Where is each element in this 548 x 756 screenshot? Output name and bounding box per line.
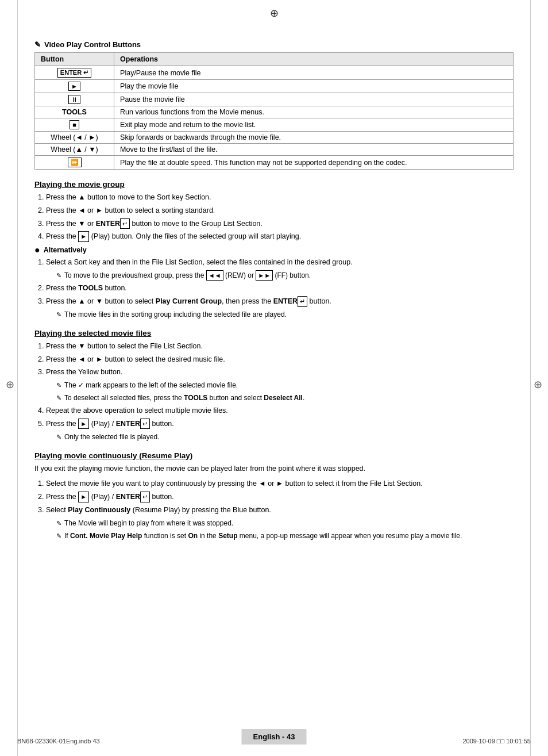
- playing-selected-heading: Playing the selected movie files: [34, 329, 514, 337]
- left-crosshair-icon: ⊕: [6, 378, 14, 391]
- note-block: ✎ The movie files in the sorting group i…: [56, 309, 514, 320]
- playing-group-heading: Playing the movie group: [34, 180, 514, 189]
- alternatively-text: Alternatively: [44, 246, 87, 254]
- button-cell: ■: [35, 118, 114, 132]
- continuous-steps: Select the movie file you want to play c…: [46, 478, 514, 540]
- operation-cell: Play the movie file: [114, 80, 514, 93]
- note-text: Only the selected file is played.: [64, 432, 159, 442]
- note-text: The movie files in the sorting group inc…: [64, 309, 287, 320]
- note-text: The ✓ mark appears to the left of the se…: [64, 380, 238, 390]
- footer-right: 2009-10-09 □□ 10:01:55: [462, 738, 531, 745]
- playing-continuous-heading: Playing movie continuously (Resume Play): [34, 451, 514, 460]
- section-title: ✎ Video Play Control Buttons: [34, 40, 514, 49]
- list-item: Press the ◄ or ► button to select a sort…: [46, 205, 514, 216]
- list-item: Press the ► (Play) button. Only the file…: [46, 231, 514, 242]
- control-table: Button Operations ENTER ↵Play/Pause the …: [34, 52, 514, 170]
- table-row: TOOLSRun various functions from the Movi…: [35, 106, 514, 118]
- page: ⊕ ✎ Video Play Control Buttons Button Op…: [0, 0, 548, 756]
- button-cell: ⏸: [35, 93, 114, 106]
- operation-cell: Exit play mode and return to the movie l…: [114, 118, 514, 132]
- note-icon: ✎: [56, 271, 61, 281]
- footer-center: English - 43: [242, 729, 307, 745]
- playing-selected-section: Playing the selected movie files Press t…: [34, 329, 514, 442]
- note-block: ✎ If Cont. Movie Play Help function is s…: [56, 531, 514, 541]
- button-cell: Wheel (▲ / ▼): [35, 144, 114, 156]
- note-icon: ✎: [56, 432, 61, 442]
- button-cell: Wheel (◄ / ►): [35, 132, 114, 144]
- note-pencil-icon: ✎: [34, 40, 41, 49]
- list-item: Press the ► (Play) / ENTER↵ button. ✎ On…: [46, 419, 514, 442]
- margin-right-line: [530, 0, 531, 756]
- list-item: Select the movie file you want to play c…: [46, 478, 514, 489]
- note-icon: ✎: [56, 381, 61, 390]
- alt-steps: Select a Sort key and then in the File L…: [46, 257, 514, 320]
- list-item: Press the TOOLS button.: [46, 283, 514, 294]
- playing-continuous-section: Playing movie continuously (Resume Play)…: [34, 451, 514, 541]
- operation-cell: Move to the first/last of the file.: [114, 144, 514, 156]
- list-item: Press the ▲ or ▼ button to select Play C…: [46, 296, 514, 320]
- list-item: Select Play Continuously (Resume Play) b…: [46, 505, 514, 541]
- note-text: If Cont. Movie Play Help function is set…: [64, 531, 462, 541]
- operation-cell: Run various functions from the Movie men…: [114, 106, 514, 118]
- operation-cell: Skip forwards or backwards through the m…: [114, 132, 514, 144]
- section-title-text: Video Play Control Buttons: [44, 40, 141, 49]
- table-row: ⏩Play the file at double speed. This fun…: [35, 156, 514, 170]
- note-text: The Movie will begin to play from where …: [64, 518, 233, 528]
- margin-left-line: [17, 0, 18, 756]
- button-cell: ⏩: [35, 156, 114, 170]
- note-block: ✎ The Movie will begin to play from wher…: [56, 518, 514, 528]
- note-text: To deselect all selected files, press th…: [64, 393, 304, 403]
- note-icon: ✎: [56, 519, 61, 528]
- col-button: Button: [35, 53, 114, 66]
- right-crosshair-icon: ⊕: [534, 378, 542, 391]
- list-item: Press the Yellow button. ✎ The ✓ mark ap…: [46, 367, 514, 403]
- playing-group-steps: Press the ▲ button to move to the Sort k…: [46, 192, 514, 242]
- button-cell: TOOLS: [35, 106, 114, 118]
- col-operations: Operations: [114, 53, 514, 66]
- bullet-icon: ●: [34, 245, 40, 255]
- note-text: To move to the previous/next group, pres…: [64, 270, 311, 281]
- operation-cell: Play/Pause the movie file: [114, 66, 514, 80]
- continuous-intro: If you exit the playing movie function, …: [34, 463, 514, 474]
- list-item: Select a Sort key and then in the File L…: [46, 257, 514, 281]
- table-row: ►Play the movie file: [35, 80, 514, 93]
- list-item: Press the ▲ button to move to the Sort k…: [46, 192, 514, 203]
- button-cell: ENTER ↵: [35, 66, 114, 80]
- list-item: Press the ▼ or ENTER↵ button to move to …: [46, 218, 514, 229]
- table-row: Wheel (◄ / ►)Skip forwards or backwards …: [35, 132, 514, 144]
- note-block: ✎ To move to the previous/next group, pr…: [56, 270, 514, 281]
- note-block: ✎ The ✓ mark appears to the left of the …: [56, 380, 514, 390]
- video-control-section: ✎ Video Play Control Buttons Button Oper…: [34, 40, 514, 170]
- list-item: Press the ◄ or ► button to select the de…: [46, 354, 514, 365]
- list-item: Repeat the above operation to select mul…: [46, 405, 514, 416]
- operation-cell: Pause the movie file: [114, 93, 514, 106]
- note-block: ✎ To deselect all selected files, press …: [56, 393, 514, 403]
- playing-group-section: Playing the movie group Press the ▲ butt…: [34, 180, 514, 320]
- alternatively-section: ● Alternatively Select a Sort key and th…: [34, 245, 514, 320]
- button-cell: ►: [35, 80, 114, 93]
- page-number-box: English - 43: [242, 729, 307, 745]
- alternatively-label: ● Alternatively: [34, 245, 514, 255]
- playing-selected-steps: Press the ▼ button to select the File Li…: [46, 341, 514, 442]
- operation-cell: Play the file at double speed. This func…: [114, 156, 514, 170]
- table-row: ■Exit play mode and return to the movie …: [35, 118, 514, 132]
- table-row: ⏸Pause the movie file: [35, 93, 514, 106]
- footer-left: BN68-02330K-01Eng.indb 43: [17, 738, 100, 745]
- note-icon: ✎: [56, 310, 61, 320]
- list-item: Press the ▼ button to select the File Li…: [46, 341, 514, 352]
- top-crosshair-icon: ⊕: [270, 7, 279, 20]
- note-icon: ✎: [56, 393, 61, 403]
- table-row: Wheel (▲ / ▼)Move to the first/last of t…: [35, 144, 514, 156]
- note-icon: ✎: [56, 531, 61, 541]
- note-block: ✎ Only the selected file is played.: [56, 432, 514, 442]
- table-row: ENTER ↵Play/Pause the movie file: [35, 66, 514, 80]
- list-item: Press the ► (Play) / ENTER↵ button.: [46, 492, 514, 502]
